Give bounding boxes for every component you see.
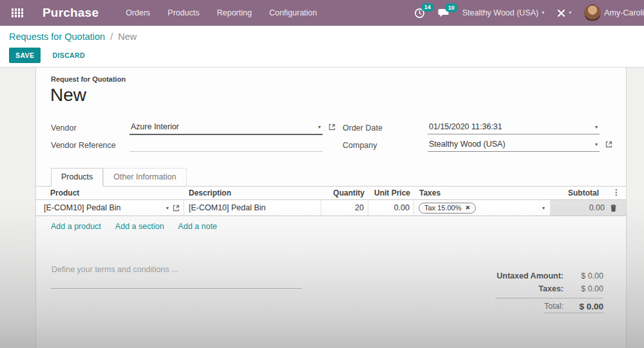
terms-area: Define your terms and conditions ... (36, 236, 454, 314)
crossed-tools-icon (557, 9, 565, 17)
row-unit-price-cell[interactable]: 0.00 (368, 200, 414, 215)
tax-tag: Tax 15.00% ✕ (419, 203, 476, 214)
doc-type-label: Request for Quotation (36, 68, 626, 83)
debug-tools-menu[interactable]: ▾ (557, 9, 571, 17)
order-date-field[interactable]: 01/15/2020 11:36:31 ▾ (428, 121, 612, 135)
form-sheet: Request for Quotation New Vendor Azure I… (35, 68, 627, 348)
untaxed-amount-value: $ 0.00 (564, 271, 603, 280)
untaxed-amount-row: Untaxed Amount: $ 0.00 (454, 270, 603, 282)
external-link-icon[interactable] (323, 121, 336, 131)
user-name: Amy-Caroline (604, 8, 644, 17)
chevron-down-icon: ▾ (542, 10, 544, 15)
breadcrumb-current: New (118, 32, 137, 42)
company-value[interactable]: Stealthy Wood (USA) (429, 140, 506, 149)
row-taxes-cell[interactable]: Tax 15.00% ✕ ▾ (414, 200, 551, 215)
discard-button[interactable]: DISCARD (50, 48, 88, 63)
user-avatar (584, 5, 601, 21)
column-header-unit-price: Unit Price (368, 188, 414, 197)
row-product-cell[interactable]: [E-COM10] Pedal Bin ▾ (36, 200, 184, 215)
chevron-down-icon: ▾ (569, 10, 571, 15)
app-title[interactable]: Purchase (43, 6, 99, 20)
messages-button[interactable]: 10 (438, 8, 450, 18)
apps-grid-icon (12, 8, 23, 17)
breadcrumb-parent-link[interactable]: Requests for Quotation (9, 32, 105, 42)
message-count-badge: 10 (445, 3, 458, 12)
vendor-value[interactable]: Azure Interior (131, 122, 179, 131)
row-quantity-cell[interactable]: 20 (321, 200, 368, 215)
remove-tag-icon[interactable]: ✕ (465, 205, 470, 211)
taxes-row: Taxes: $ 0.00 (454, 282, 603, 295)
total-value: $ 0.00 (564, 302, 603, 313)
external-link-icon[interactable] (600, 138, 612, 148)
chevron-down-icon[interactable]: ▾ (542, 205, 545, 211)
menu-orders[interactable]: Orders (126, 8, 150, 17)
notebook-tabs: Products Other Information (36, 168, 626, 187)
delete-row-icon[interactable] (610, 204, 617, 212)
terms-and-conditions-input[interactable]: Define your terms and conditions ... (36, 236, 454, 274)
company-field[interactable]: Stealthy Wood (USA) ▾ (428, 138, 612, 152)
company-switcher-label: Stealthy Wood (USA) (462, 8, 539, 17)
chevron-down-icon[interactable]: ▾ (166, 205, 169, 211)
taxes-label: Taxes: (538, 284, 564, 293)
breadcrumb-separator: / (110, 32, 113, 42)
external-link-icon[interactable] (173, 205, 180, 212)
table-row[interactable]: [E-COM10] Pedal Bin ▾ [E-COM10] Pedal Bi… (36, 200, 626, 216)
header-fields: Vendor Azure Interior ▾ Order Date 01/15… (51, 121, 626, 152)
terms-underline (51, 288, 302, 289)
save-button[interactable]: SAVE (9, 48, 41, 63)
table-header-row: Product Description Quantity Unit Price … (36, 187, 626, 200)
activities-button[interactable]: 14 (414, 8, 425, 19)
add-a-note-link[interactable]: Add a note (178, 222, 217, 231)
main-menu: Orders Products Reporting Configuration (126, 8, 317, 17)
row-description-cell[interactable]: [E-COM10] Pedal Bin (184, 200, 321, 215)
tab-products[interactable]: Products (51, 168, 103, 187)
totals-panel: Untaxed Amount: $ 0.00 Taxes: $ 0.00 Tot… (454, 270, 603, 314)
navbar-right: 14 10 Stealthy Wood (USA) ▾ ▾ Amy-Caroli… (414, 5, 644, 21)
line-add-links: Add a product Add a section Add a note (36, 216, 626, 231)
vendor-reference-field[interactable] (129, 138, 336, 152)
taxes-value: $ 0.00 (564, 284, 603, 293)
tax-tag-label: Tax 15.00% (424, 204, 461, 212)
column-header-quantity: Quantity (321, 188, 368, 197)
vendor-field[interactable]: Azure Interior ▾ (129, 121, 336, 135)
column-header-product: Product (36, 188, 184, 197)
control-panel: Requests for Quotation / New SAVE DISCAR… (0, 26, 644, 68)
untaxed-amount-label: Untaxed Amount: (497, 271, 564, 280)
row-subtotal-cell: 0.00 (551, 200, 626, 215)
chevron-down-icon[interactable]: ▾ (595, 142, 598, 147)
menu-reporting[interactable]: Reporting (217, 8, 252, 17)
add-a-section-link[interactable]: Add a section (115, 222, 164, 231)
apps-menu-button[interactable] (6, 0, 28, 26)
top-navbar: Purchase Orders Products Reporting Confi… (0, 0, 644, 26)
column-header-taxes: Taxes (414, 188, 551, 197)
menu-products[interactable]: Products (167, 8, 199, 17)
totals-divider (495, 298, 603, 298)
order-date-value[interactable]: 01/15/2020 11:36:31 (429, 122, 502, 131)
row-product-value[interactable]: [E-COM10] Pedal Bin (44, 203, 162, 212)
company-label: Company (343, 138, 428, 152)
chevron-down-icon[interactable]: ▾ (318, 124, 321, 130)
row-subtotal-value: 0.00 (589, 203, 605, 212)
chevron-down-icon[interactable]: ▾ (595, 124, 598, 130)
vendor-reference-label: Vendor Reference (51, 138, 129, 152)
activity-count-badge: 14 (421, 3, 434, 12)
order-date-label: Order Date (343, 121, 428, 135)
total-row: Total: $ 0.00 (454, 301, 603, 314)
column-header-description: Description (184, 188, 321, 197)
form-view-area: Request for Quotation New Vendor Azure I… (0, 68, 644, 348)
user-menu[interactable]: Amy-Caroline (584, 5, 644, 21)
breadcrumb: Requests for Quotation / New (9, 32, 644, 42)
record-title: New (36, 83, 626, 105)
vendor-label: Vendor (51, 121, 129, 135)
control-panel-buttons: SAVE DISCARD (9, 48, 644, 63)
menu-configuration[interactable]: Configuration (269, 8, 317, 17)
company-switcher[interactable]: Stealthy Wood (USA) ▾ (462, 8, 545, 17)
sheet-bottom-section: Define your terms and conditions ... Unt… (36, 236, 626, 314)
total-label: Total: (544, 302, 564, 313)
add-a-product-link[interactable]: Add a product (51, 222, 101, 231)
optional-columns-icon[interactable]: ⋮ (612, 188, 620, 197)
tab-other-information[interactable]: Other Information (103, 168, 186, 187)
order-lines-table: Product Description Quantity Unit Price … (36, 187, 626, 216)
